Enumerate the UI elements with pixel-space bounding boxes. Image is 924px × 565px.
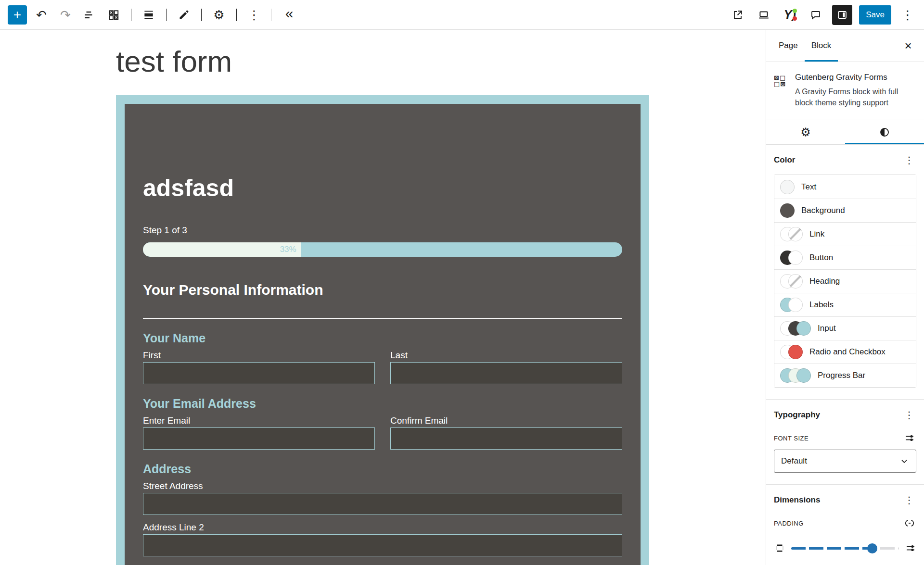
tab-block[interactable]: Block <box>805 30 838 62</box>
block-options-kebab-icon[interactable]: ⋮ <box>244 5 264 25</box>
color-swatches <box>780 203 795 218</box>
last-name-input[interactable] <box>390 362 622 384</box>
confirm-email-input[interactable] <box>390 427 622 450</box>
last-name-label: Last <box>390 350 622 361</box>
street-address-label: Street Address <box>143 480 622 492</box>
yoast-seo-icon[interactable]: Y) <box>780 5 799 25</box>
settings-styles-tabs: ⚙ <box>766 120 924 145</box>
form-step-text: Step 1 of 3 <box>143 225 622 236</box>
swatch <box>780 180 795 194</box>
color-swatches <box>780 274 803 289</box>
color-rows: TextBackgroundLinkButtonHeadingLabelsInp… <box>774 175 916 388</box>
last-name-col: Last <box>390 346 622 384</box>
redo-icon[interactable]: ↷ <box>56 5 75 25</box>
font-size-settings-icon[interactable] <box>903 431 916 445</box>
vertical-padding-slider[interactable] <box>791 543 899 553</box>
color-row-label: Radio and Checkbox <box>809 347 886 357</box>
font-size-select[interactable]: Default <box>774 450 916 473</box>
address-heading: Address <box>143 461 622 477</box>
vertical-padding-settings-icon[interactable] <box>905 542 916 554</box>
collapse-toolbar-icon[interactable]: « <box>280 5 299 25</box>
color-row-progress-bar[interactable]: Progress Bar <box>774 364 916 387</box>
progress-fill: 33% <box>143 242 301 257</box>
swatch <box>788 345 803 359</box>
block-inserter-button[interactable]: + <box>8 5 27 25</box>
color-row-input[interactable]: Input <box>774 316 916 340</box>
name-heading: Your Name <box>143 330 622 346</box>
color-section-title: Color <box>774 155 795 165</box>
swatch <box>788 298 803 312</box>
street-address-input[interactable] <box>143 493 622 515</box>
color-options-kebab-icon[interactable]: ⋮ <box>902 153 916 167</box>
color-swatches <box>780 227 803 241</box>
city-state-row: City State / Province / Region <box>143 562 622 565</box>
first-name-input[interactable] <box>143 362 375 384</box>
color-row-heading[interactable]: Heading <box>774 269 916 293</box>
gravity-forms-block-icon[interactable] <box>104 5 123 25</box>
view-page-external-link-icon[interactable] <box>728 5 747 25</box>
color-row-label: Text <box>801 182 816 192</box>
color-row-radio-and-checkbox[interactable]: Radio and Checkbox <box>774 340 916 364</box>
first-name-col: First <box>143 346 375 384</box>
color-row-link[interactable]: Link <box>774 222 916 246</box>
color-swatches <box>780 180 795 194</box>
color-row-label: Link <box>809 229 824 239</box>
editor-options-kebab-icon[interactable]: ⋮ <box>898 5 917 25</box>
color-row-background[interactable]: Background <box>774 199 916 222</box>
dimensions-options-kebab-icon[interactable]: ⋮ <box>902 493 916 507</box>
email-fields-row: Enter Email Confirm Email <box>143 411 622 450</box>
color-swatches <box>780 298 803 312</box>
document-overview-icon[interactable] <box>80 5 99 25</box>
email-heading: Your Email Address <box>143 396 622 411</box>
swatch <box>788 251 803 265</box>
confirm-email-col: Confirm Email <box>390 411 622 450</box>
section-heading: Your Personal Information <box>143 281 622 299</box>
tab-settings-gear-icon[interactable]: ⚙ <box>766 120 845 144</box>
color-row-text[interactable]: Text <box>774 175 916 199</box>
dimensions-section: Dimensions ⋮ PADDING <box>766 485 924 565</box>
color-swatches <box>780 251 803 265</box>
edit-pencil-icon[interactable] <box>174 5 193 25</box>
enter-email-input[interactable] <box>143 427 375 450</box>
color-section: Color ⋮ TextBackgroundLinkButtonHeadingL… <box>766 145 924 400</box>
preview-laptop-icon[interactable] <box>754 5 773 25</box>
editor-toolbar: + ↶ ↷ <box>0 0 924 30</box>
yoast-green-dot <box>793 9 797 13</box>
vertical-padding-row <box>774 542 916 554</box>
color-row-labels[interactable]: Labels <box>774 293 916 316</box>
block-card-title: Gutenberg Gravity Forms <box>795 73 904 82</box>
name-fields-row: First Last <box>143 346 622 384</box>
close-icon[interactable]: × <box>899 37 917 55</box>
progress-bar: 33% <box>143 242 622 257</box>
undo-icon[interactable]: ↶ <box>32 5 51 25</box>
typography-options-kebab-icon[interactable]: ⋮ <box>902 408 916 422</box>
yoast-red-dot <box>793 16 797 21</box>
slider-fill <box>791 547 872 550</box>
toolbar-separator-light <box>271 9 272 21</box>
unlink-sides-icon[interactable] <box>903 516 916 530</box>
enter-email-col: Enter Email <box>143 411 375 450</box>
font-size-value: Default <box>781 456 807 466</box>
save-button[interactable]: Save <box>859 5 891 25</box>
comments-icon[interactable] <box>806 5 825 25</box>
address-line2-input[interactable] <box>143 534 622 556</box>
color-row-label: Button <box>809 253 833 263</box>
color-row-button[interactable]: Button <box>774 246 916 269</box>
color-row-label: Progress Bar <box>818 371 865 380</box>
section-divider <box>143 318 622 319</box>
tab-page[interactable]: Page <box>772 30 805 62</box>
confirm-email-label: Confirm Email <box>390 415 622 427</box>
swatch-unset <box>788 227 803 241</box>
color-swatches <box>780 321 811 336</box>
settings-sidebar-toggle-button[interactable] <box>832 5 852 25</box>
gravity-forms-block[interactable]: adsfasd Step 1 of 3 33% Your Personal In… <box>116 95 649 565</box>
slider-thumb[interactable] <box>867 543 877 553</box>
tab-styles-icon[interactable] <box>845 120 924 144</box>
settings-sidebar: Page Block × ⊠□ □⊠ Gutenberg Gravity For… <box>766 30 924 565</box>
progress-percent-label: 33% <box>280 245 296 254</box>
yoast-glyph: Y) <box>782 8 798 22</box>
align-full-width-icon[interactable] <box>139 5 158 25</box>
block-settings-gear-icon[interactable]: ⚙ <box>209 5 229 25</box>
typography-section-title: Typography <box>774 410 820 420</box>
post-title[interactable]: test form <box>116 44 766 78</box>
